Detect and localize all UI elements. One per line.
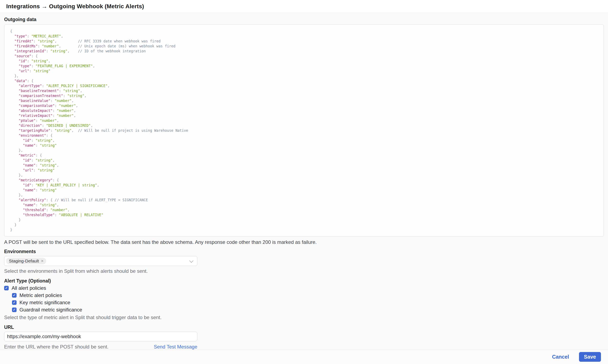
checkbox-label: All alert policies: [12, 285, 46, 291]
schema-code-block: { "type": "METRIC_ALERT", "firedAt": "st…: [4, 24, 604, 237]
checkbox-checked-icon[interactable]: ✓: [12, 308, 16, 312]
checkbox-label: Metric alert policies: [19, 292, 62, 298]
page: Integrations → Outgoing Webhook (Metric …: [0, 0, 608, 364]
environment-tag: Staging-Default ×: [6, 258, 46, 264]
url-input[interactable]: [4, 332, 197, 341]
environments-label: Environments: [4, 249, 604, 254]
url-help-row: Enter the URL where the POST should be s…: [4, 344, 197, 350]
page-header: Integrations → Outgoing Webhook (Metric …: [0, 0, 608, 13]
environment-tag-label: Staging-Default: [9, 259, 39, 263]
post-description: A POST will be sent to the URL specified…: [4, 239, 604, 245]
save-button[interactable]: Save: [579, 352, 601, 362]
checkbox-row-key-metric-significance[interactable]: ✓ Key metric significance: [12, 300, 604, 305]
checkbox-label: Guardrail metric significance: [19, 307, 82, 313]
remove-environment-icon[interactable]: ×: [41, 259, 44, 263]
alert-type-help: Select the type of metric alert in Split…: [4, 314, 604, 321]
send-test-message-link[interactable]: Send Test Message: [154, 344, 197, 350]
cancel-button[interactable]: Cancel: [552, 354, 569, 360]
environments-help: Select the environments in Split from wh…: [4, 268, 604, 274]
checkbox-row-metric-alert-policies[interactable]: ✓ Metric alert policies: [12, 293, 604, 298]
checkbox-label: Key metric significance: [19, 300, 70, 305]
checkbox-checked-icon[interactable]: ✓: [4, 286, 9, 290]
environments-select[interactable]: Staging-Default ×: [4, 256, 197, 266]
checkmark-icon: ✓: [13, 301, 15, 304]
url-label: URL: [4, 324, 604, 330]
url-help: Enter the URL where the POST should be s…: [4, 344, 108, 350]
checkbox-row-guardrail-metric-significance[interactable]: ✓ Guardrail metric significance: [12, 307, 604, 312]
webhook-settings-form: Outgoing data { "type": "METRIC_ALERT", …: [0, 13, 608, 350]
outgoing-data-label: Outgoing data: [4, 16, 604, 22]
alert-type-checkbox-group: ✓ All alert policies ✓ Metric alert poli…: [4, 286, 604, 312]
checkbox-row-all-alert-policies[interactable]: ✓ All alert policies: [4, 286, 604, 291]
schema-json-code: { "type": "METRIC_ALERT", "firedAt": "st…: [10, 29, 598, 232]
alert-type-label: Alert Type (Optional): [4, 278, 604, 284]
checkbox-checked-icon[interactable]: ✓: [12, 293, 16, 298]
checkbox-checked-icon[interactable]: ✓: [12, 300, 16, 305]
checkmark-icon: ✓: [13, 308, 15, 312]
chevron-down-icon: [189, 259, 194, 263]
checkmark-icon: ✓: [13, 294, 15, 297]
breadcrumb-title: Integrations → Outgoing Webhook (Metric …: [6, 3, 144, 10]
form-footer: Cancel Save: [0, 350, 608, 364]
checkmark-icon: ✓: [5, 286, 8, 290]
